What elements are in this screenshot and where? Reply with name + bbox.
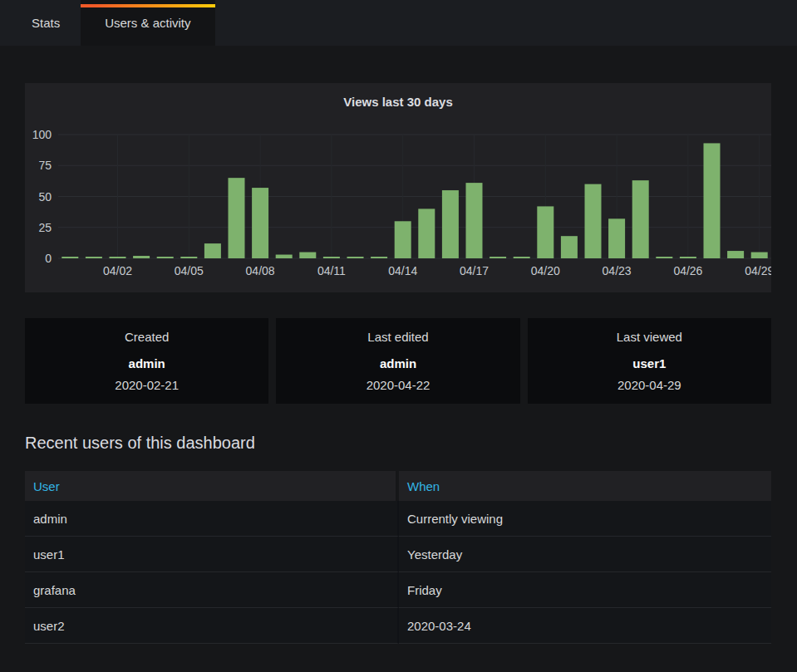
- stat-created: Created admin 2020-02-21: [25, 318, 268, 404]
- bar-04/18: [490, 257, 506, 258]
- x-tick-label: 04/08: [246, 264, 275, 277]
- stat-last-viewed-date: 2020-04-29: [528, 378, 771, 392]
- bar-03/31: [61, 257, 78, 258]
- cell-user: user1: [25, 537, 399, 572]
- bar-04/10: [299, 253, 316, 258]
- views-chart-panel: Views last 30 days 025507510004/0204/050…: [25, 83, 771, 292]
- stat-last-edited: Last edited admin 2020-04-22: [276, 318, 519, 404]
- bar-04/24: [632, 180, 649, 258]
- column-header-user[interactable]: User: [25, 471, 399, 501]
- bar-04/14: [395, 221, 411, 258]
- table-row: grafanaFriday: [25, 572, 771, 608]
- stat-last-viewed-user: user1: [528, 356, 771, 370]
- x-tick-label: 04/17: [460, 264, 489, 277]
- y-tick-label: 75: [38, 159, 52, 172]
- recent-users-heading: Recent users of this dashboard: [25, 434, 771, 453]
- tab-stats[interactable]: Stats: [11, 0, 81, 46]
- bar-04/23: [608, 218, 625, 258]
- bar-04/15: [418, 208, 435, 258]
- x-tick-label: 04/20: [531, 264, 560, 277]
- cell-when: 2020-03-24: [399, 608, 771, 644]
- bar-04/07: [229, 178, 245, 258]
- stat-created-date: 2020-02-21: [25, 378, 268, 392]
- bar-04/02: [110, 257, 126, 258]
- recent-users-table: User When adminCurrently viewinguser1Yes…: [25, 471, 771, 644]
- column-header-when[interactable]: When: [399, 471, 771, 501]
- cell-user: grafana: [25, 572, 399, 608]
- bar-04/20: [537, 206, 553, 258]
- bar-04/27: [704, 143, 721, 258]
- x-tick-label: 04/11: [317, 264, 346, 277]
- views-bar-chart: 025507510004/0204/0504/0804/1104/1404/17…: [25, 116, 771, 292]
- dashboard-insights-content: Views last 30 days 025507510004/0204/050…: [0, 46, 797, 644]
- x-tick-label: 04/14: [388, 264, 417, 277]
- bar-04/12: [347, 257, 364, 258]
- y-tick-label: 50: [38, 190, 52, 204]
- bar-04/13: [371, 257, 387, 258]
- y-tick-label: 0: [45, 252, 52, 265]
- stats-row: Created admin 2020-02-21 Last edited adm…: [25, 318, 771, 404]
- table-row: user1Yesterday: [25, 537, 771, 572]
- bar-04/22: [585, 184, 602, 258]
- table-row: user22020-03-24: [25, 608, 771, 644]
- bar-04/01: [86, 257, 102, 258]
- x-tick-label: 04/29: [745, 264, 771, 277]
- chart-title: Views last 30 days: [25, 83, 771, 116]
- bar-04/29: [751, 253, 768, 258]
- bar-04/28: [727, 251, 744, 258]
- bar-04/06: [204, 243, 221, 258]
- stat-last-edited-label: Last edited: [276, 330, 519, 344]
- bar-04/09: [276, 255, 293, 258]
- bar-04/17: [466, 183, 483, 258]
- tab-users-activity-label: Users & activity: [105, 16, 190, 30]
- table-row: adminCurrently viewing: [25, 501, 771, 537]
- bar-04/21: [561, 236, 578, 258]
- bar-04/16: [442, 190, 459, 258]
- stat-last-edited-user: admin: [276, 356, 519, 370]
- bar-04/03: [133, 256, 150, 258]
- tab-bar: Stats Users & activity: [0, 0, 797, 46]
- cell-when: Friday: [399, 572, 771, 608]
- stat-created-user: admin: [25, 356, 268, 370]
- stat-last-edited-date: 2020-04-22: [276, 378, 519, 392]
- stat-created-label: Created: [25, 330, 268, 344]
- bar-04/04: [157, 257, 174, 258]
- stat-last-viewed-label: Last viewed: [528, 330, 771, 344]
- cell-when: Yesterday: [399, 537, 771, 572]
- table-header-row: User When: [25, 471, 771, 501]
- x-tick-label: 04/26: [673, 264, 702, 277]
- bar-04/25: [656, 257, 672, 258]
- active-tab-indicator: [81, 4, 214, 7]
- cell-user: admin: [25, 501, 399, 537]
- x-tick-label: 04/23: [603, 264, 632, 277]
- y-tick-label: 25: [38, 221, 52, 234]
- cell-when: Currently viewing: [399, 501, 771, 537]
- y-tick-label: 100: [32, 128, 52, 141]
- bar-04/08: [252, 188, 268, 258]
- bar-04/05: [180, 257, 197, 258]
- stat-last-viewed: Last viewed user1 2020-04-29: [528, 318, 771, 404]
- x-tick-label: 04/05: [175, 264, 204, 277]
- cell-user: user2: [25, 608, 399, 644]
- tab-users-activity[interactable]: Users & activity: [81, 0, 214, 46]
- bar-04/26: [680, 257, 696, 258]
- x-tick-label: 04/02: [103, 264, 132, 277]
- tab-stats-label: Stats: [32, 16, 60, 30]
- bar-04/19: [514, 257, 530, 258]
- bar-04/11: [323, 257, 340, 258]
